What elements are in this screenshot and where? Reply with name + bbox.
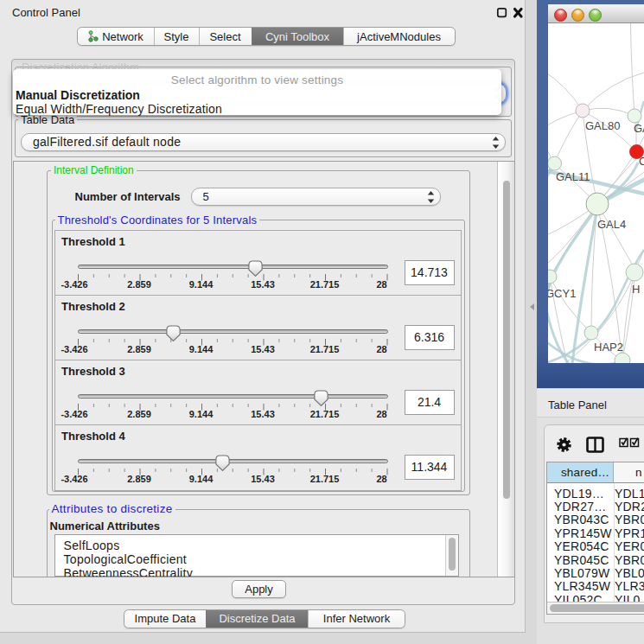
svg-text:GAL11: GAL11 [556, 170, 590, 183]
svg-text:C: C [639, 155, 644, 168]
svg-text:GAL80: GAL80 [585, 119, 620, 132]
svg-text:GA: GA [634, 122, 644, 135]
svg-text:GCY1: GCY1 [548, 287, 576, 300]
svg-text:HAP2: HAP2 [594, 341, 623, 354]
svg-text:GAL4: GAL4 [597, 218, 626, 231]
svg-text:H: H [632, 283, 640, 296]
